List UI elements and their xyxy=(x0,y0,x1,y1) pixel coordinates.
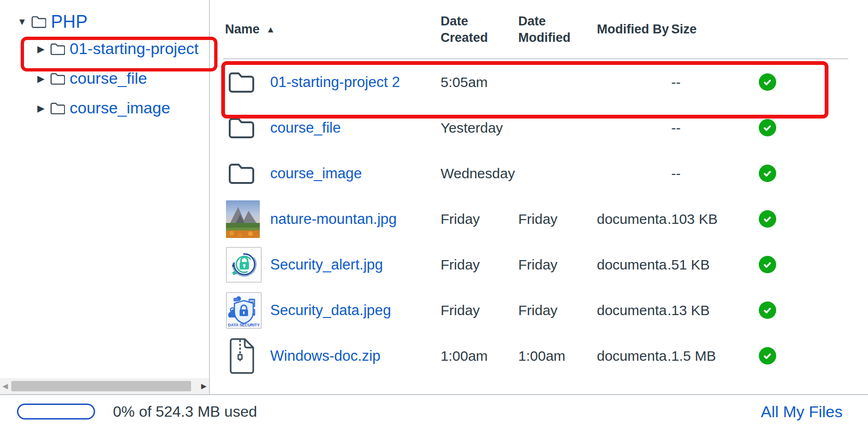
scroll-left-icon[interactable]: ◀ xyxy=(1,378,9,394)
tree-item-label: 01-starting-project xyxy=(70,40,199,58)
published-check-icon[interactable] xyxy=(759,165,776,182)
image-thumbnail xyxy=(226,200,260,238)
published-check-icon[interactable] xyxy=(759,119,776,136)
table-header: Name ▲ Date Created Date Modified Modifi… xyxy=(210,0,868,59)
date-created-cell: 1:00am xyxy=(441,348,518,364)
modified-by-cell: documenta… xyxy=(597,257,671,273)
table-body: 01-starting-project 2 5:05am -- xyxy=(210,59,868,379)
published-cell xyxy=(740,165,795,182)
row-icon-cell xyxy=(225,162,270,185)
published-check-icon[interactable] xyxy=(759,210,776,228)
tree-item-course-file[interactable]: ▶ course_file xyxy=(0,63,209,93)
published-cell xyxy=(740,210,795,228)
file-list: Name ▲ Date Created Date Modified Modifi… xyxy=(210,0,868,394)
size-cell: 13 KB xyxy=(671,302,740,318)
size-cell: -- xyxy=(671,120,740,136)
folder-tree: ▼ PHP ▶ 01-starting-project ▶ course_fil… xyxy=(0,9,209,123)
published-check-icon[interactable] xyxy=(759,256,776,273)
date-modified-cell: Friday xyxy=(518,257,597,273)
row-icon-cell: DATA SECURITY xyxy=(225,292,270,329)
table-row: nature-mountan.jpg Friday Friday documen… xyxy=(210,196,868,242)
modified-by-cell: documenta… xyxy=(597,302,671,318)
size-cell: -- xyxy=(671,74,740,90)
file-link[interactable]: 01-starting-project 2 xyxy=(270,74,441,91)
published-cell xyxy=(740,347,795,365)
zip-file-icon xyxy=(228,338,256,374)
tree-item-label: PHP xyxy=(51,12,88,32)
column-label: Name xyxy=(225,21,260,38)
column-header-modified-by[interactable]: Modified By xyxy=(597,21,671,38)
date-created-cell: Friday xyxy=(441,257,518,273)
folder-icon xyxy=(228,162,255,185)
all-my-files-link[interactable]: All My Files xyxy=(761,403,843,421)
column-header-name[interactable]: Name ▲ xyxy=(225,21,441,38)
folder-icon xyxy=(50,102,65,114)
row-icon-cell xyxy=(225,71,270,94)
folder-tree-sidebar: ▼ PHP ▶ 01-starting-project ▶ course_fil… xyxy=(0,0,209,394)
disclosure-collapsed-icon[interactable]: ▶ xyxy=(35,103,47,114)
published-check-icon[interactable] xyxy=(759,301,776,319)
image-thumbnail: DATA SECURITY xyxy=(226,292,262,329)
row-icon-cell xyxy=(225,116,270,140)
date-created-cell: 5:05am xyxy=(441,74,518,90)
column-header-size[interactable]: Size xyxy=(671,21,740,38)
published-cell xyxy=(740,119,795,136)
row-icon-cell xyxy=(225,200,270,238)
folder-icon xyxy=(50,72,65,85)
horizontal-scrollbar[interactable]: ◀ ▶ xyxy=(0,378,209,394)
quota-usage-text: 0% of 524.3 MB used xyxy=(113,403,257,420)
folder-icon xyxy=(228,116,255,140)
date-modified-cell: Friday xyxy=(518,211,597,227)
table-row: Security_alert.jpg Friday Friday documen… xyxy=(210,242,868,287)
column-header-date-created[interactable]: Date Created xyxy=(441,13,518,46)
folder-icon xyxy=(31,15,46,28)
folder-icon xyxy=(50,43,65,55)
date-created-cell: Friday xyxy=(441,302,518,318)
date-modified-cell: 1:00am xyxy=(518,348,597,364)
disclosure-collapsed-icon[interactable]: ▶ xyxy=(35,43,47,55)
column-header-date-modified[interactable]: Date Modified xyxy=(518,13,597,46)
date-created-cell: Wednesday xyxy=(441,166,518,182)
table-row: course_file Yesterday -- xyxy=(210,105,868,151)
modified-by-cell: documenta… xyxy=(597,211,671,227)
tree-item-course-image[interactable]: ▶ course_image xyxy=(0,93,209,123)
tree-item-01-starting-project[interactable]: ▶ 01-starting-project xyxy=(0,34,209,63)
size-cell: 103 KB xyxy=(671,211,740,227)
file-link[interactable]: Windows-doc.zip xyxy=(270,348,441,365)
row-icon-cell xyxy=(225,247,270,283)
published-cell xyxy=(740,256,795,273)
table-row: DATA SECURITY Security_data.jpeg Friday … xyxy=(210,287,868,333)
published-cell xyxy=(740,301,795,319)
published-check-icon[interactable] xyxy=(759,73,776,91)
table-row: Windows-doc.zip 1:00am 1:00am documenta…… xyxy=(210,333,868,379)
row-icon-cell xyxy=(225,338,270,374)
quota-progress-bar xyxy=(17,404,95,420)
svg-text:DATA SECURITY: DATA SECURITY xyxy=(228,323,260,327)
modified-by-cell: documenta… xyxy=(597,348,671,364)
disclosure-collapsed-icon[interactable]: ▶ xyxy=(35,73,47,84)
file-link[interactable]: nature-mountan.jpg xyxy=(270,211,441,228)
file-link[interactable]: Security_data.jpeg xyxy=(270,302,441,319)
files-app: ▼ PHP ▶ 01-starting-project ▶ course_fil… xyxy=(0,0,868,428)
scrollbar-thumb[interactable] xyxy=(11,381,191,391)
table-row: 01-starting-project 2 5:05am -- xyxy=(210,59,868,105)
table-row: course_image Wednesday -- xyxy=(210,151,868,196)
footer: 0% of 524.3 MB used All My Files xyxy=(0,395,868,428)
date-created-cell: Yesterday xyxy=(441,120,518,136)
scroll-right-icon[interactable]: ▶ xyxy=(200,378,208,394)
tree-item-label: course_file xyxy=(70,69,147,87)
date-created-cell: Friday xyxy=(441,211,518,227)
folder-icon xyxy=(228,71,255,94)
size-cell: -- xyxy=(671,166,740,182)
disclosure-expanded-icon[interactable]: ▼ xyxy=(16,16,28,27)
file-link[interactable]: course_image xyxy=(270,165,441,182)
tree-item-label: course_image xyxy=(70,99,170,117)
file-link[interactable]: course_file xyxy=(270,119,441,136)
size-cell: 1.5 MB xyxy=(671,348,740,364)
image-thumbnail xyxy=(226,247,262,283)
published-check-icon[interactable] xyxy=(759,347,776,365)
file-link[interactable]: Security_alert.jpg xyxy=(270,256,441,273)
published-cell xyxy=(740,73,795,91)
date-modified-cell: Friday xyxy=(518,302,597,318)
tree-item-php[interactable]: ▼ PHP xyxy=(0,9,209,34)
